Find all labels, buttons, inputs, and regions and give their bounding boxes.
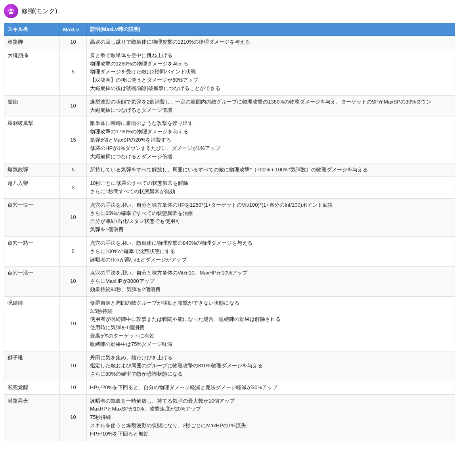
- skill-name-cell: 大繩崩挿: [4, 49, 60, 95]
- skill-name-cell: 號砲: [4, 95, 60, 117]
- table-row: 超凡入聖310秒ごとに修羅のすべての状態異常を解除さらに1秒間すべての状態異常が…: [4, 177, 455, 199]
- maxlv-cell: 10: [60, 351, 87, 381]
- desc-cell: 肩と拳で敵単体を空中に跳ね上げる物理攻撃の1260%の物理ダメージを与える物理ダ…: [87, 49, 455, 95]
- page-header: 修羅(モンク): [4, 4, 455, 18]
- character-icon: [4, 4, 18, 18]
- skill-name-cell: 羅刹破凰撃: [4, 117, 60, 163]
- shura-icon: [7, 7, 15, 15]
- col-desc: 説明(MaxLv時の説明): [87, 23, 455, 36]
- maxlv-cell: 10: [60, 95, 87, 117]
- maxlv-cell: 15: [60, 117, 87, 163]
- maxlv-cell: 10: [60, 394, 87, 441]
- table-row: 双龍脚10高速の回し蹴りで敵単体に物理攻撃の1210%の物理ダメージを与える: [4, 36, 455, 49]
- skill-name-cell: 点穴一活一: [4, 267, 60, 296]
- col-skill: スキル名: [4, 23, 60, 36]
- skill-name-cell: 瀕死覚醒: [4, 381, 60, 394]
- desc-cell: 点穴の手法を用い、自分と味方単体のVitが10、MaxHPが10%アップさらにM…: [87, 267, 455, 296]
- maxlv-cell: 10: [60, 198, 87, 236]
- col-maxlv: MaxLv: [60, 23, 87, 36]
- table-row: 呪縛陣10修羅自身と周囲の敵グループが移動と攻撃ができない状態になる3.5秒持続…: [4, 296, 455, 351]
- table-row: 號砲10爆裂波動の状態で気弾を2個消費し、一定の範囲内の敵グループに物理攻撃の1…: [4, 95, 455, 117]
- desc-cell: 点穴の手法を用い、敵単体に物理攻撃の840%の物理ダメージを与えるさらに100%…: [87, 236, 455, 266]
- maxlv-cell: 3: [60, 177, 87, 199]
- table-row: 点穴一快一10点穴の手法を用い、自分と味方単体のHPを1250*(1+ターゲット…: [4, 198, 455, 236]
- maxlv-cell: 10: [60, 36, 87, 49]
- skill-name-cell: 呪縛陣: [4, 296, 60, 351]
- maxlv-cell: 10: [60, 381, 87, 394]
- table-row: 点穴一黙一5点穴の手法を用い、敵単体に物理攻撃の840%の物理ダメージを与えるさ…: [4, 236, 455, 266]
- table-row: 獅子吼10丹田に気を集め、雄たけびを上げる指定した敵および周囲のグループに物理攻…: [4, 351, 455, 381]
- table-row: 羅刹破凰撃15敵単体に瞬時に豪雨のような攻撃を繰り出す物理攻撃の1730%の物理…: [4, 117, 455, 163]
- skill-name-cell: 超凡入聖: [4, 177, 60, 199]
- desc-cell: 爆裂波動の状態で気弾を2個消費し、一定の範囲内の敵グループに物理攻撃の1380%…: [87, 95, 455, 117]
- desc-cell: 高速の回し蹴りで敵単体に物理攻撃の1210%の物理ダメージを与える: [87, 36, 455, 49]
- table-body: 双龍脚10高速の回し蹴りで敵単体に物理攻撃の1210%の物理ダメージを与える大繩…: [4, 36, 455, 441]
- skill-name-cell: 獅子吼: [4, 351, 60, 381]
- maxlv-cell: 10: [60, 267, 87, 296]
- maxlv-cell: 10: [60, 296, 87, 351]
- maxlv-cell: 5: [60, 163, 87, 177]
- table-header: スキル名 MaxLv 説明(MaxLv時の説明): [4, 23, 455, 36]
- skill-name-cell: 点穴一快一: [4, 198, 60, 236]
- skill-name-cell: 点穴一黙一: [4, 236, 60, 266]
- skill-name-cell: 潜龍昇天: [4, 394, 60, 441]
- skill-name-cell: 双龍脚: [4, 36, 60, 49]
- table-row: 潜龍昇天10詠唱者の気血を一時解放し、持てる気弾の最大数が10個アップMaxHP…: [4, 394, 455, 441]
- maxlv-cell: 5: [60, 236, 87, 266]
- desc-cell: 所持している気弾をすべて解放し、周囲にいるすべての敵に物理攻撃*（700%＋10…: [87, 163, 455, 177]
- desc-cell: 点穴の手法を用い、自分と味方単体のHPを1250*(1+ターゲットのVit/10…: [87, 198, 455, 236]
- desc-cell: 詠唱者の気血を一時解放し、持てる気弾の最大数が10個アップMaxHPとMaxSP…: [87, 394, 455, 441]
- table-row: 瀕死覚醒10HPが20%を下回ると、自分の物理ダメージ軽減と魔法ダメージ軽減が3…: [4, 381, 455, 394]
- desc-cell: HPが20%を下回ると、自分の物理ダメージ軽減と魔法ダメージ軽減が30%アップ: [87, 381, 455, 394]
- desc-cell: 丹田に気を集め、雄たけびを上げる指定した敵および周囲のグループに物理攻撃の810…: [87, 351, 455, 381]
- skills-table: スキル名 MaxLv 説明(MaxLv時の説明) 双龍脚10高速の回し蹴りで敵単…: [4, 23, 455, 441]
- maxlv-cell: 5: [60, 49, 87, 95]
- table-row: 点穴一活一10点穴の手法を用い、自分と味方単体のVitが10、MaxHPが10%…: [4, 267, 455, 296]
- desc-cell: 敵単体に瞬時に豪雨のような攻撃を繰り出す物理攻撃の1730%の物理ダメージを与え…: [87, 117, 455, 163]
- desc-cell: 修羅自身と周囲の敵グループが移動と攻撃ができない状態になる3.5秒持続使用者が呪…: [87, 296, 455, 351]
- page-title: 修羅(モンク): [21, 7, 57, 15]
- skill-name-cell: 爆気散弾: [4, 163, 60, 177]
- desc-cell: 10秒ごとに修羅のすべての状態異常を解除さらに1秒間すべての状態異常が無効: [87, 177, 455, 199]
- table-row: 爆気散弾5所持している気弾をすべて解放し、周囲にいるすべての敵に物理攻撃*（70…: [4, 163, 455, 177]
- table-row: 大繩崩挿5肩と拳で敵単体を空中に跳ね上げる物理攻撃の1260%の物理ダメージを与…: [4, 49, 455, 95]
